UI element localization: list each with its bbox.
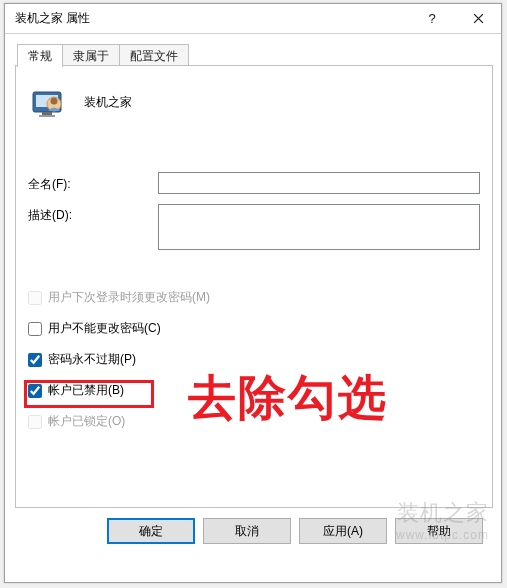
chk-cannot-change[interactable]: 用户不能更改密码(C) bbox=[28, 320, 480, 337]
svg-point-5 bbox=[51, 98, 58, 105]
dialog-buttons: 确定 取消 应用(A) 帮助 bbox=[15, 508, 493, 556]
input-fullname[interactable] bbox=[158, 172, 480, 194]
label-description: 描述(D): bbox=[28, 204, 158, 224]
tab-general-body: 装机之家 全名(F): 描述(D): 用户下次登录时须更改密码(M) bbox=[15, 65, 493, 508]
chk-must-change: 用户下次登录时须更改密码(M) bbox=[28, 289, 480, 306]
checkbox-must-change bbox=[28, 291, 42, 305]
ok-button[interactable]: 确定 bbox=[107, 518, 195, 544]
svg-rect-2 bbox=[42, 112, 52, 115]
help-dialog-button[interactable]: 帮助 bbox=[395, 518, 483, 544]
svg-rect-3 bbox=[39, 115, 55, 117]
tab-profile[interactable]: 配置文件 bbox=[119, 44, 189, 66]
window-title: 装机之家 属性 bbox=[15, 10, 409, 27]
dialog-content: 常规 隶属于 配置文件 装机之家 bbox=[5, 34, 501, 582]
tab-memberof[interactable]: 隶属于 bbox=[62, 44, 120, 66]
properties-dialog: 装机之家 属性 ? 常规 隶属于 配置文件 bbox=[4, 3, 502, 583]
checkbox-cannot-change[interactable] bbox=[28, 322, 42, 336]
help-button[interactable]: ? bbox=[409, 4, 455, 33]
close-button[interactable] bbox=[455, 4, 501, 33]
titlebar: 装机之家 属性 ? bbox=[5, 4, 501, 34]
input-description[interactable] bbox=[158, 204, 480, 250]
user-header: 装机之家 bbox=[28, 80, 480, 138]
close-icon bbox=[473, 13, 484, 24]
row-fullname: 全名(F): bbox=[28, 172, 480, 194]
annotation-highlight-box bbox=[24, 380, 154, 408]
user-icon bbox=[30, 84, 66, 120]
user-display-name: 装机之家 bbox=[84, 94, 132, 111]
tabs-container: 常规 隶属于 配置文件 装机之家 bbox=[15, 44, 493, 508]
cancel-button[interactable]: 取消 bbox=[203, 518, 291, 544]
annotation-text: 去除勾选 bbox=[188, 366, 388, 430]
tabs-header: 常规 隶属于 配置文件 bbox=[15, 44, 493, 66]
checkbox-never-expires[interactable] bbox=[28, 353, 42, 367]
tab-general[interactable]: 常规 bbox=[17, 44, 63, 67]
apply-button[interactable]: 应用(A) bbox=[299, 518, 387, 544]
label-fullname: 全名(F): bbox=[28, 173, 158, 193]
checkbox-account-locked bbox=[28, 415, 42, 429]
row-description: 描述(D): bbox=[28, 204, 480, 253]
